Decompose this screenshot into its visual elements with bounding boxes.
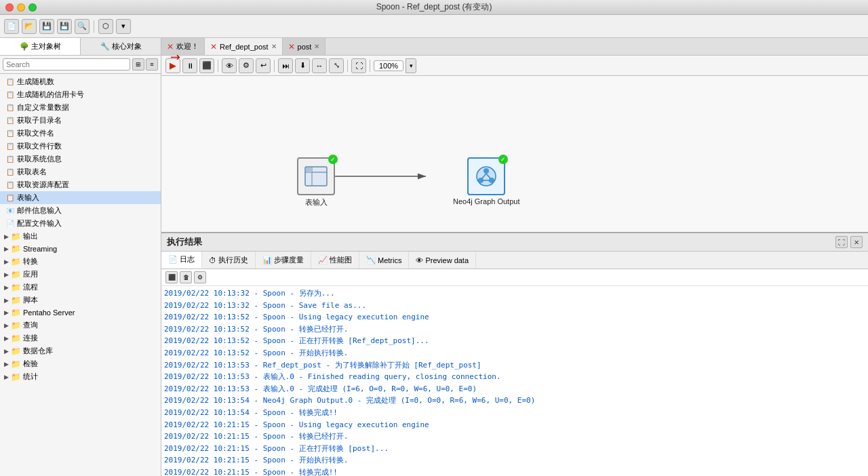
node-check-icon: ✓ bbox=[498, 155, 508, 164]
toolbar-sep bbox=[218, 60, 218, 72]
tree-item-const-data[interactable]: 📋 自定义常量数据 bbox=[0, 101, 161, 114]
fullscreen-button[interactable]: ⛶ bbox=[351, 58, 366, 73]
sidebar-tab-main-tree[interactable]: 🌳 主对象树 bbox=[0, 38, 81, 55]
expand-panel-button[interactable]: ⛶ bbox=[835, 236, 848, 248]
tree-item-table-name[interactable]: 📋 获取表名 bbox=[0, 165, 161, 178]
bottom-tab-perf[interactable]: 📈 性能图 bbox=[311, 252, 359, 269]
tab-post[interactable]: ✕ post ✕ bbox=[283, 38, 326, 55]
node-table-input[interactable]: ✓ 表输入 bbox=[297, 157, 335, 207]
bottom-tab-steps[interactable]: 📊 步骤度量 bbox=[256, 252, 311, 269]
bottom-tab-preview[interactable]: 👁 Preview data bbox=[409, 252, 476, 269]
log-area[interactable]: 2019/02/22 10:13:32 - Spoon - 另存为...2019… bbox=[161, 286, 868, 476]
neo4j-icon bbox=[474, 164, 498, 189]
tree-group-label: 检验 bbox=[23, 359, 38, 369]
folder-icon: 📁 bbox=[11, 232, 21, 241]
tree-group-validate[interactable]: ▶ 📁 检验 bbox=[0, 357, 161, 370]
tree-item-file-name[interactable]: 📋 获取文件名 bbox=[0, 127, 161, 140]
item-icon: 📋 bbox=[5, 116, 15, 125]
tab-ref-dept-post[interactable]: ✕ Ref_dept_post ✕ bbox=[205, 38, 283, 55]
tree-group-query[interactable]: ▶ 📁 查询 bbox=[0, 319, 161, 332]
tree-group-flow[interactable]: ▶ 📁 流程 bbox=[0, 281, 161, 294]
run-button[interactable]: ▶ ↗ bbox=[165, 58, 180, 73]
log-settings-button[interactable]: ⚙ bbox=[194, 271, 206, 283]
tab-icon: ✕ bbox=[210, 42, 217, 52]
tree-item-config-file-input[interactable]: 📄 配置文件输入 bbox=[0, 217, 161, 230]
layers-button[interactable]: ⬡ bbox=[98, 19, 113, 34]
log-clear-button[interactable]: 🗑 bbox=[180, 271, 192, 283]
tree-item-file-rows[interactable]: 📋 获取文件行数 bbox=[0, 140, 161, 153]
tree-group-stats[interactable]: ▶ 📁 统计 bbox=[0, 370, 161, 383]
tree-group-pentaho[interactable]: ▶ 📁 Pentaho Server bbox=[0, 306, 161, 319]
tree-group-streaming[interactable]: ▶ 📁 Streaming bbox=[0, 243, 161, 255]
item-icon: 📋 bbox=[5, 167, 15, 177]
tab-welcome[interactable]: ✕ 欢迎！ bbox=[161, 38, 205, 55]
arrow-icon: ▶ bbox=[4, 233, 9, 240]
tree-item-email-input[interactable]: 📧 邮件信息输入 bbox=[0, 204, 161, 217]
content-area: ✕ 欢迎！ ✕ Ref_dept_post ✕ ✕ post ✕ ▶ ↗ ⏸ ⬛ bbox=[161, 38, 868, 476]
new-file-button[interactable]: 📄 bbox=[4, 19, 19, 34]
zoom-input[interactable] bbox=[374, 60, 403, 71]
tab-close-button[interactable]: ✕ bbox=[271, 43, 277, 50]
tree-icon: 🌳 bbox=[20, 42, 29, 51]
tree-item-random-number[interactable]: 📋 生成随机数 bbox=[0, 75, 161, 88]
collapse-all-button[interactable]: ≡ bbox=[146, 58, 158, 71]
log-line: 2019/02/22 10:13:52 - Spoon - Using lega… bbox=[164, 311, 865, 323]
log-stop-button[interactable]: ⬛ bbox=[165, 271, 178, 283]
tree-group-connect[interactable]: ▶ 📁 连接 bbox=[0, 332, 161, 344]
explore-button[interactable]: 🔍 bbox=[75, 19, 90, 34]
log-line: 2019/02/22 10:21:15 - Spoon - 开始执行转换. bbox=[164, 454, 865, 467]
save-button[interactable]: 💾 bbox=[39, 19, 54, 34]
zoom-dropdown[interactable]: ▾ bbox=[406, 58, 416, 73]
bottom-tab-metrics[interactable]: 📉 Metrics bbox=[359, 252, 409, 269]
bottom-panel-title: 执行结果 bbox=[167, 236, 202, 248]
maximize-button[interactable] bbox=[28, 3, 37, 12]
tree-item-table-input[interactable]: 📋 表输入 bbox=[0, 191, 161, 204]
tree-item-label: 邮件信息输入 bbox=[17, 205, 62, 216]
item-icon: 📋 bbox=[5, 103, 15, 113]
tree-group-datawarehouse[interactable]: ▶ 📁 数据仓库 bbox=[0, 344, 161, 357]
tree-group-script[interactable]: ▶ 📁 脚本 bbox=[0, 294, 161, 306]
replay-button[interactable]: ↩ bbox=[256, 58, 271, 73]
close-button[interactable] bbox=[5, 3, 14, 12]
expand-all-button[interactable]: ⊞ bbox=[132, 58, 144, 71]
log-line: 2019/02/22 10:13:32 - Spoon - 另存为... bbox=[164, 287, 865, 300]
tree-group-label: 脚本 bbox=[23, 295, 38, 305]
bottom-tab-log[interactable]: 📄 日志 bbox=[161, 252, 202, 269]
sidebar-tab-core-obj[interactable]: 🔧 核心对象 bbox=[81, 38, 161, 55]
tree-item-credit-card[interactable]: 📋 生成随机的信用卡号 bbox=[0, 88, 161, 101]
step-next-button[interactable]: ⏭ bbox=[278, 58, 293, 73]
canvas[interactable]: ✓ 表输入 bbox=[161, 76, 868, 232]
log-line: 2019/02/22 10:13:53 - Ref_dept_post - 为了… bbox=[164, 359, 865, 372]
tree-item-res-config[interactable]: 📋 获取资源库配置 bbox=[0, 178, 161, 191]
tree-group-output[interactable]: ▶ 📁 输出 bbox=[0, 230, 161, 243]
layers-dropdown[interactable]: ▾ bbox=[116, 19, 131, 34]
tab-icon: 📈 bbox=[318, 256, 328, 264]
arrow-icon: ▶ bbox=[4, 335, 9, 342]
close-panel-button[interactable]: ✕ bbox=[850, 236, 863, 248]
bottom-panel: 执行结果 ⛶ ✕ 📄 日志 ⏱ 执行历史 bbox=[161, 232, 868, 476]
node-neo4j-output[interactable]: ✓ Neo4j Graph Output bbox=[453, 157, 519, 205]
bottom-tab-history[interactable]: ⏱ 执行历史 bbox=[202, 252, 256, 269]
tree-group-transform[interactable]: ▶ 📁 转换 bbox=[0, 255, 161, 268]
tree-item-subdir-name[interactable]: 📋 获取子目录名 bbox=[0, 114, 161, 127]
tree-item-label: 配置文件输入 bbox=[17, 218, 62, 229]
pause-button[interactable]: ⏸ bbox=[182, 58, 197, 73]
tree-item-sys-info[interactable]: 📋 获取系统信息 bbox=[0, 153, 161, 165]
settings-button[interactable]: ⚙ bbox=[239, 58, 254, 73]
tree-group-app[interactable]: ▶ 📁 应用 bbox=[0, 268, 161, 281]
tree-group-label: 应用 bbox=[23, 269, 38, 279]
node-label: 表输入 bbox=[305, 197, 328, 207]
save-as-button[interactable]: 💾 bbox=[57, 19, 72, 34]
step-in-button[interactable]: ⬇ bbox=[295, 58, 310, 73]
arrow-icon: ▶ bbox=[4, 322, 9, 329]
search-input[interactable] bbox=[3, 58, 130, 71]
log-line: 2019/02/22 10:13:53 - 表输入.0 - Finished r… bbox=[164, 371, 865, 383]
step-over-button[interactable]: ⤡ bbox=[329, 58, 344, 73]
step-out-button[interactable]: ↔ bbox=[312, 58, 327, 73]
preview-button[interactable]: 👁 bbox=[222, 58, 237, 73]
minimize-button[interactable] bbox=[17, 3, 25, 12]
tab-close-button[interactable]: ✕ bbox=[314, 43, 319, 50]
tree-item-label: 表输入 bbox=[17, 193, 39, 203]
open-file-button[interactable]: 📂 bbox=[22, 19, 37, 34]
stop-button[interactable]: ⬛ bbox=[199, 58, 214, 73]
